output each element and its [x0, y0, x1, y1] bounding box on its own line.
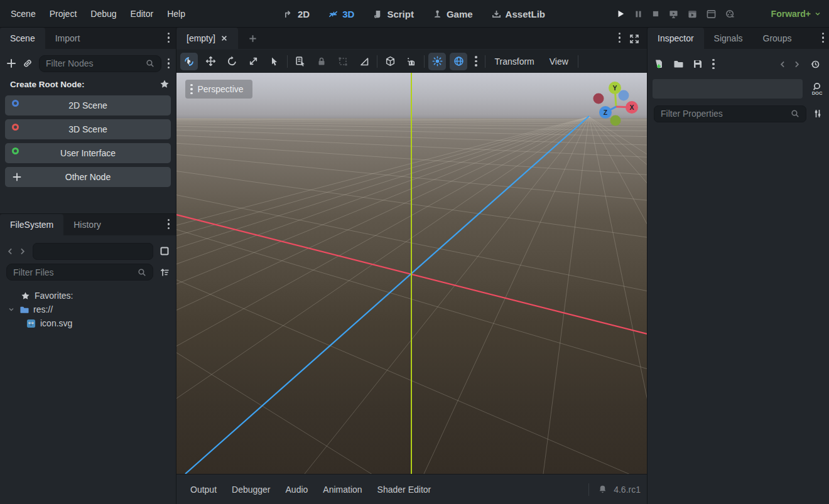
play-custom-scene-button[interactable] [707, 9, 716, 19]
workspace-3d[interactable]: 3D [328, 9, 354, 19]
load-resource-icon[interactable] [673, 59, 683, 69]
bottom-panel-bar: Output Debugger Audio Animation Shader E… [176, 474, 647, 504]
stop-button[interactable] [652, 10, 659, 18]
renderer-dropdown[interactable]: Forward+ [771, 0, 821, 28]
filter-files-input[interactable] [6, 264, 153, 281]
toggle-sun-button[interactable] [428, 53, 446, 70]
svg-text:X: X [629, 104, 634, 111]
filter-properties-input[interactable] [654, 105, 806, 122]
game-icon [433, 9, 442, 19]
select-list-icon[interactable] [291, 53, 309, 70]
tab-import[interactable]: Import [45, 28, 90, 49]
resource-menu-icon[interactable] [712, 59, 715, 70]
tab-signals[interactable]: Signals [704, 28, 753, 49]
workspace-script[interactable]: Script [373, 9, 414, 19]
tab-history[interactable]: History [63, 214, 111, 235]
scene-tab-bar: [empty] [176, 28, 647, 49]
add-node-icon[interactable] [6, 58, 16, 68]
file-sort-icon[interactable] [160, 267, 170, 277]
move-mode-button[interactable] [202, 53, 219, 70]
panel-animation[interactable]: Animation [315, 475, 369, 504]
use-local-space-button[interactable] [381, 53, 399, 70]
menu-editor[interactable]: Editor [124, 0, 161, 28]
gizmo-neg-y[interactable] [610, 115, 621, 126]
collapse-arrow-icon[interactable] [8, 306, 15, 313]
create-3d-scene-button[interactable]: 3D Scene [5, 119, 171, 139]
scene-tree-menu-icon[interactable] [168, 58, 170, 69]
scale-mode-button[interactable] [244, 53, 262, 70]
object-name-field[interactable] [653, 79, 803, 99]
instance-scene-icon[interactable] [23, 58, 33, 68]
tab-groups[interactable]: Groups [753, 28, 802, 49]
panel-debugger[interactable]: Debugger [224, 475, 278, 504]
res-root-tree-item[interactable]: res:// [8, 303, 176, 316]
new-tab-icon[interactable] [248, 34, 257, 43]
path-field[interactable] [33, 243, 153, 260]
create-2d-scene-button[interactable]: 2D Scene [5, 95, 171, 115]
view-menu[interactable]: View [544, 56, 574, 67]
snap-mode-button[interactable] [403, 53, 420, 70]
menu-debug[interactable]: Debug [84, 0, 123, 28]
ruler-mode-button[interactable] [355, 53, 373, 70]
nav-back-icon[interactable] [6, 247, 14, 255]
filesystem-menu-icon[interactable] [168, 219, 170, 230]
favorites-tree-item[interactable]: Favorites: [8, 289, 176, 303]
workspace-2d[interactable]: 2D [284, 9, 310, 19]
menu-project[interactable]: Project [43, 0, 84, 28]
favorites-star-icon[interactable] [160, 79, 170, 89]
create-ui-scene-button[interactable]: User Interface [5, 143, 171, 163]
tab-filesystem[interactable]: FileSystem [0, 214, 63, 235]
menu-scene[interactable]: Scene [4, 0, 43, 28]
chevron-down-icon [814, 10, 821, 18]
create-other-node-button[interactable]: Other Node [5, 167, 171, 187]
main-editor-area: [empty] [176, 28, 647, 504]
gizmo-neg-z[interactable] [619, 90, 629, 101]
panel-audio[interactable]: Audio [278, 475, 316, 504]
lock-selected-button[interactable] [313, 53, 330, 70]
icon-svg-tree-item[interactable]: icon.svg [8, 316, 176, 330]
expand-viewport-icon[interactable] [629, 34, 639, 44]
group-selected-button[interactable] [334, 53, 352, 70]
tab-inspector[interactable]: Inspector [647, 28, 704, 49]
edit-history-icon[interactable] [810, 59, 820, 69]
movie-maker-button[interactable] [725, 9, 735, 19]
tab-scene[interactable]: Scene [0, 28, 45, 49]
history-forward-icon[interactable] [793, 60, 801, 68]
select-mode-button[interactable] [180, 53, 198, 70]
3d-viewport[interactable]: Y X Z Perspective [176, 73, 647, 474]
panel-output[interactable]: Output [183, 475, 224, 504]
scene-dock: Scene Import [0, 28, 176, 213]
save-resource-icon[interactable] [693, 59, 703, 69]
filter-nodes-input[interactable] [39, 55, 161, 72]
toggle-environment-button[interactable] [450, 53, 467, 70]
split-view-icon[interactable] [160, 246, 170, 256]
scene-tab-empty[interactable]: [empty] [176, 28, 238, 49]
workspace-game[interactable]: Game [433, 9, 473, 19]
history-back-icon[interactable] [779, 60, 787, 68]
workspace-assetlib[interactable]: AssetLib [492, 9, 545, 19]
rotate-mode-button[interactable] [223, 53, 241, 70]
property-filter-options-icon[interactable] [813, 109, 823, 119]
pause-button[interactable] [634, 10, 642, 18]
open-docs-icon[interactable]: DOC [810, 82, 824, 97]
gizmo-neg-x[interactable] [593, 94, 604, 104]
panel-shader-editor[interactable]: Shader Editor [370, 475, 439, 504]
kebab-icon [190, 84, 193, 95]
new-resource-icon[interactable] [654, 59, 664, 69]
godot-file-icon [26, 319, 36, 328]
scene-dock-menu-icon[interactable] [168, 33, 170, 43]
play-scene-button[interactable] [688, 9, 697, 19]
inspector-menu-icon[interactable] [822, 33, 825, 43]
notification-bell-icon[interactable] [598, 485, 607, 494]
sun-environment-menu-icon[interactable] [475, 56, 477, 67]
transform-menu[interactable]: Transform [489, 56, 540, 67]
play-button[interactable] [616, 9, 625, 18]
tab-list-menu-icon[interactable] [619, 33, 621, 43]
perspective-menu-button[interactable]: Perspective [185, 80, 252, 99]
remote-debug-button[interactable] [669, 9, 678, 19]
nav-forward-icon[interactable] [18, 247, 26, 255]
plus-icon [12, 172, 22, 182]
close-icon[interactable] [220, 35, 228, 42]
menu-help[interactable]: Help [160, 0, 192, 28]
list-select-button[interactable] [266, 53, 283, 70]
